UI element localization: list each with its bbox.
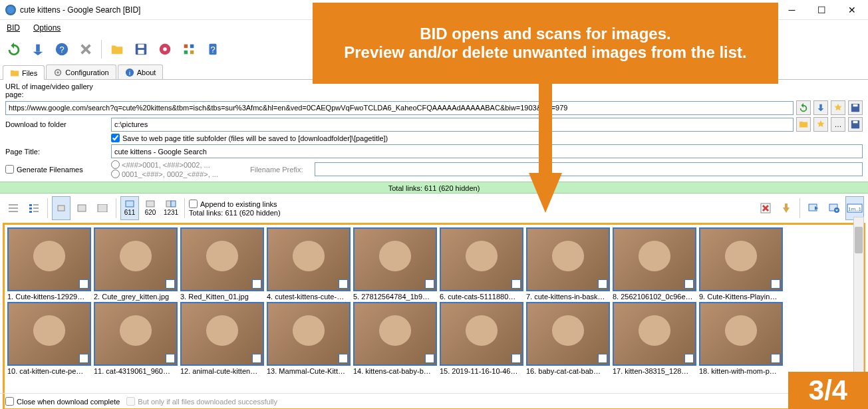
view-list-button[interactable] [4,196,23,220]
open-folder-button[interactable] [106,38,128,61]
thumbnail-image[interactable] [440,302,523,366]
close-button[interactable]: ✕ [837,0,867,20]
grid-button[interactable] [178,38,200,61]
form-panel: URL of image/video gallery page: Downloa… [0,80,868,182]
menu-options[interactable]: Options [29,22,65,34]
filter-620-button[interactable]: 620 [141,196,160,220]
append-links-checkbox[interactable] [189,200,198,208]
thumbnail-badge-icon [79,279,88,289]
thumbnail-item[interactable]: 16. baby-cat-cat-bab… [526,302,611,375]
folder-fav-button[interactable] [813,117,828,132]
thumbnail-item[interactable]: 4. cutest-kittens-cute-… [267,227,352,301]
save-subfolder-label: Save to web page title subfolder (files … [122,134,388,142]
view-thumb-small-button[interactable] [52,196,71,220]
thumbnail-image[interactable] [267,227,351,291]
pattern2-label: 0001_<###>, 0002_<###>, ... [122,170,218,178]
thumbnail-filename: 10. cat-kitten-cute-pe… [7,366,91,375]
pattern1-radio[interactable] [111,160,120,169]
thumbnail-item[interactable]: 17. kitten-38315_128… [613,302,698,375]
page-title-label: Page Title: [5,148,108,156]
thumbnail-image[interactable] [180,302,264,366]
thumbnail-item[interactable]: 8. 2562106102_0c96e… [613,227,698,301]
clean-button[interactable] [777,196,796,220]
thumbnail-image[interactable] [7,302,91,366]
gear-icon [53,68,63,77]
save-subfolder-checkbox[interactable] [111,134,120,142]
status-strip: Total links: 611 (620 hidden) [0,182,868,194]
thumbnail-item[interactable]: 5. 27812564784_1b9… [353,227,438,301]
thumbnail-image[interactable] [94,227,178,291]
thumbnail-item[interactable]: 1. Cute-kittens-12929… [7,227,92,301]
thumbnail-item[interactable]: 6. cute-cats-5111880… [440,227,525,301]
delete-button[interactable] [74,38,97,61]
info-button[interactable]: ? [202,38,224,61]
save-button[interactable] [130,38,152,61]
svg-rect-24 [29,207,32,209]
url-refresh-button[interactable] [796,100,811,115]
thumbnail-item[interactable]: 11. cat-4319061_960… [94,302,179,375]
thumbnail-image[interactable] [267,302,351,366]
folder-more-button[interactable]: … [831,117,845,132]
thumbnail-image[interactable] [699,227,783,291]
thumbnail-item[interactable]: 12. animal-cute-kitten… [180,302,265,375]
thumbnail-image[interactable] [353,227,437,291]
filter-1231-button[interactable]: 1231 [162,196,180,220]
filename-prefix-input[interactable] [315,162,863,176]
generate-filenames-checkbox[interactable] [5,165,14,174]
thumbnail-item[interactable]: 13. Mammal-Cute-Kitt… [267,302,352,375]
download-all-button[interactable] [825,196,843,220]
tab-files[interactable]: Files [3,65,45,80]
thumbnail-image[interactable] [613,302,696,366]
pattern2-radio[interactable] [111,170,120,178]
tab-configuration[interactable]: Configuration [46,65,116,79]
thumbnail-badge-icon [598,279,607,289]
thumbnail-image[interactable] [7,227,91,291]
total-links-text: Total links: 611 (620 hidden) [189,209,281,217]
remove-selected-button[interactable] [756,196,775,220]
page-title-input[interactable] [111,144,863,158]
refresh-button[interactable] [3,38,25,61]
thumbnail-image[interactable] [94,302,178,366]
download-button[interactable] [27,38,49,61]
thumbnail-item[interactable]: 2. Cute_grey_kitten.jpg [94,227,179,301]
thumbnail-item[interactable]: 9. Cute-Kittens-Playin… [699,227,784,301]
url-save-button[interactable] [848,100,863,115]
thumbnail-item[interactable]: 18. kitten-with-mom-p… [699,302,784,375]
thumbnail-image[interactable] [353,302,437,366]
thumbnail-grid: 1. Cute-kittens-12929…2. Cute_grey_kitte… [3,223,865,409]
tab-about[interactable]: i About [118,65,164,79]
menu-bid[interactable]: BID [3,22,24,34]
thumbnail-item[interactable]: 15. 2019-11-16-10-46… [440,302,525,375]
tutorial-arrow-icon [519,80,572,213]
browse-folder-button[interactable] [796,117,811,132]
view-thumb-med-button[interactable] [72,196,91,220]
url-input[interactable] [5,101,794,115]
thumbnail-image[interactable] [180,227,264,291]
thumbnail-item[interactable]: 14. kittens-cat-baby-b… [353,302,438,375]
thumbnail-item[interactable]: 7. cute-kittens-in-bask… [526,227,611,301]
maximize-button[interactable]: ☐ [807,0,837,20]
thumbnail-image[interactable] [526,302,610,366]
url-down-button[interactable] [813,100,828,115]
view-details-button[interactable] [25,196,43,220]
svg-rect-28 [98,204,107,212]
skip-button[interactable] [804,196,823,220]
url-fav-button[interactable] [831,100,845,115]
help-button[interactable]: ? [51,38,73,61]
filter-611-button[interactable]: 611 [120,196,139,220]
download-folder-input[interactable] [111,118,794,132]
thumbnail-image[interactable] [699,302,783,366]
close-on-complete-checkbox[interactable] [5,397,14,406]
thumbnail-badge-icon [598,354,607,363]
settings-button[interactable] [154,38,176,61]
view-thumb-large-button[interactable] [93,196,112,220]
thumbnail-item[interactable]: 3. Red_Kitten_01.jpg [180,227,265,301]
thumbnail-image[interactable] [440,227,523,291]
minimize-button[interactable]: ─ [777,0,807,20]
folder-save-button[interactable] [848,117,863,132]
svg-rect-18 [819,104,822,108]
thumbnail-image[interactable] [526,227,610,291]
thumbnail-badge-icon [684,354,694,363]
thumbnail-item[interactable]: 10. cat-kitten-cute-pe… [7,302,92,375]
thumbnail-image[interactable] [613,227,696,291]
